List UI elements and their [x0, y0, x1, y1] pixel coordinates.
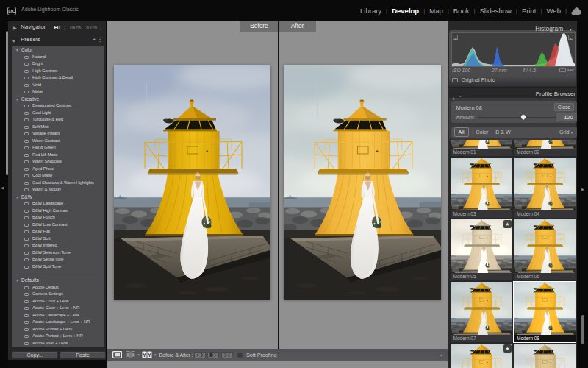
- svg-text:Y: Y: [148, 352, 151, 358]
- svg-text:Y: Y: [143, 352, 146, 358]
